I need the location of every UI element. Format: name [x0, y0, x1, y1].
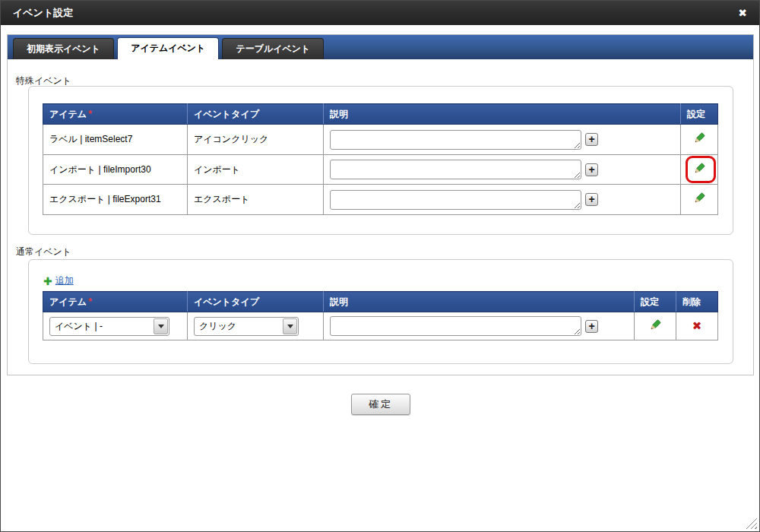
item-select-value: イベント | -: [50, 320, 153, 333]
event-type-cell: エクスポート: [188, 185, 324, 215]
delete-x-icon[interactable]: ✖: [692, 319, 702, 333]
tab-strip: 初期表示イベント アイテムイベント テーブルイベント: [8, 35, 753, 59]
normal-events-header-row: アイテム* イベントタイプ 説明 設定 削除: [43, 292, 718, 312]
expand-plus-button[interactable]: +: [585, 163, 598, 176]
col-header-delete: 削除: [676, 292, 718, 312]
event-type-cell: アイコンクリック: [188, 125, 324, 155]
col-header-event-type: イベントタイプ: [188, 104, 324, 125]
tab-item-event[interactable]: アイテムイベント: [117, 37, 219, 59]
expand-plus-button[interactable]: +: [585, 193, 598, 206]
add-plus-icon: ✚: [43, 275, 52, 287]
special-events-table: アイテム* イベントタイプ 説明 設定 ラベル | itemSelect7 アイ…: [43, 103, 718, 215]
col-header-event-type: イベントタイプ: [188, 292, 324, 312]
col-header-item: アイテム*: [43, 292, 188, 312]
required-asterisk: *: [88, 296, 92, 307]
edit-pencil-icon[interactable]: [648, 318, 662, 334]
event-type-cell: インポート: [188, 155, 324, 185]
col-header-settings: 設定: [635, 292, 676, 312]
col-header-description: 説明: [324, 292, 635, 312]
resize-grip[interactable]: [746, 518, 757, 529]
description-input[interactable]: [330, 130, 581, 150]
edit-pencil-icon[interactable]: [692, 162, 706, 178]
event-settings-dialog: イベント設定 ✖ 初期表示イベント アイテムイベント テーブルイベント 特殊イベ…: [0, 0, 760, 532]
item-cell: インポート | fileImport30: [43, 155, 188, 185]
dropdown-button[interactable]: [154, 318, 168, 334]
special-events-header-row: アイテム* イベントタイプ 説明 設定: [43, 104, 718, 125]
normal-events-table: アイテム* イベントタイプ 説明 設定 削除 イベント | - クリック: [43, 291, 718, 340]
table-row: インポート | fileImport30 インポート +: [43, 155, 718, 185]
item-select[interactable]: イベント | -: [49, 317, 169, 336]
col-header-description: 説明: [324, 104, 681, 125]
chevron-down-icon: [287, 325, 293, 328]
normal-events-label: 通常イベント: [16, 245, 71, 258]
description-input[interactable]: [330, 190, 581, 210]
edit-pencil-icon[interactable]: [692, 131, 706, 147]
col-header-item: アイテム*: [43, 104, 188, 125]
required-asterisk: *: [88, 109, 92, 119]
table-row: エクスポート | fileExport31 エクスポート +: [43, 185, 718, 215]
dialog-title: イベント設定: [1, 6, 73, 20]
confirm-button[interactable]: 確定: [351, 394, 410, 415]
description-input[interactable]: [330, 316, 581, 336]
add-event-link[interactable]: ✚ 追加: [43, 274, 74, 287]
expand-plus-button[interactable]: +: [585, 133, 598, 146]
item-cell: ラベル | itemSelect7: [43, 125, 188, 155]
tab-table-event[interactable]: テーブルイベント: [222, 38, 324, 59]
edit-pencil-icon[interactable]: [692, 192, 706, 207]
table-row: イベント | - クリック + ✖: [43, 312, 718, 340]
event-type-select-value: クリック: [195, 320, 282, 333]
expand-plus-button[interactable]: +: [585, 320, 598, 333]
item-cell: エクスポート | fileExport31: [43, 185, 188, 215]
col-header-settings: 設定: [681, 104, 718, 125]
dropdown-button[interactable]: [283, 318, 297, 334]
description-input[interactable]: [330, 160, 581, 179]
chevron-down-icon: [158, 325, 164, 328]
table-row: ラベル | itemSelect7 アイコンクリック +: [43, 125, 718, 155]
tab-initial-display-event[interactable]: 初期表示イベント: [13, 38, 114, 59]
add-link-label: 追加: [55, 274, 74, 287]
dialog-titlebar: イベント設定 ✖: [1, 1, 759, 25]
event-type-select[interactable]: クリック: [194, 317, 299, 336]
close-icon[interactable]: ✖: [736, 6, 749, 20]
